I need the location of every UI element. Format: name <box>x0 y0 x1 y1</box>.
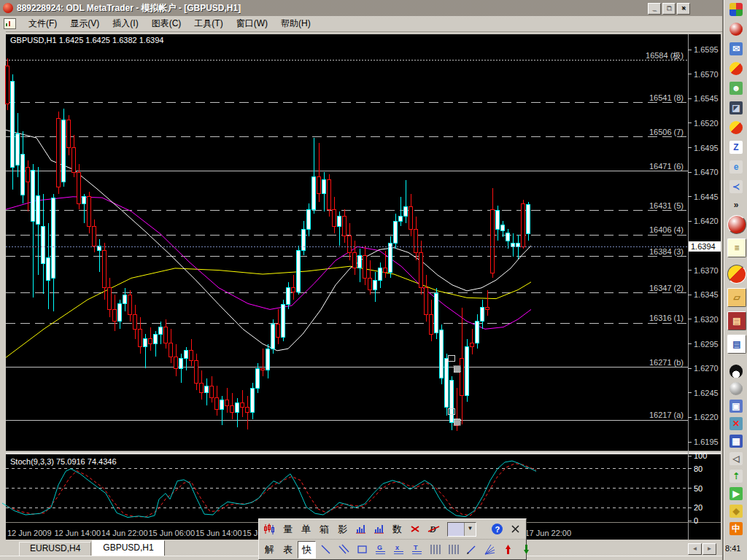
bar-chart-icon[interactable] <box>352 521 369 537</box>
mouse-icon[interactable] <box>729 382 743 395</box>
svg-text:16316 (1): 16316 (1) <box>649 314 684 322</box>
svg-text:1.6220: 1.6220 <box>694 413 719 421</box>
object-select-combo[interactable]: ▼ <box>447 522 476 537</box>
shadow-button[interactable]: 影 <box>334 521 351 537</box>
books-taskbutton[interactable]: ▤ <box>727 311 746 330</box>
menu-items: 文件(F)显示(V)插入(I)图表(C)工具(T)窗口(W)帮助(H) <box>22 16 317 31</box>
svg-text:1.6394: 1.6394 <box>691 242 716 251</box>
rectangle-icon[interactable] <box>354 542 371 558</box>
maximize-button[interactable]: □ <box>662 3 676 15</box>
fan-icon[interactable] <box>481 542 498 558</box>
odl-taskbutton[interactable] <box>727 215 746 234</box>
menu-item-6[interactable]: 帮助(H) <box>274 16 317 31</box>
svg-text:1.6320: 1.6320 <box>694 315 719 324</box>
comet2-icon[interactable] <box>729 121 743 134</box>
svg-text:16541 (8): 16541 (8) <box>649 93 684 102</box>
title-bar[interactable]: 889228924: ODL MetaTrader - 模拟帐户 - [GBPU… <box>0 0 722 16</box>
windows-logo-icon[interactable] <box>729 3 743 16</box>
chevron-down-icon[interactable]: ▼ <box>464 523 476 536</box>
vertical-lines-icon[interactable] <box>427 542 444 558</box>
svg-text:12 Jun 14:00: 12 Jun 14:00 <box>55 529 101 537</box>
main-window-controls: _ □ × <box>648 3 690 15</box>
pencil-icon[interactable] <box>463 542 480 558</box>
close-toolbar-icon[interactable] <box>507 521 524 537</box>
svg-text:1.6245: 1.6245 <box>694 389 719 397</box>
minimize-button[interactable]: _ <box>648 3 661 15</box>
taskbar-clock: 8:41 <box>725 544 747 556</box>
document-taskbutton[interactable]: ▤ <box>727 335 746 354</box>
analysis-button[interactable]: 解 <box>261 542 278 558</box>
tab-gbpusd-h1[interactable]: GBPUSD,H1 <box>92 540 164 556</box>
box-button[interactable]: 箱 <box>316 521 333 537</box>
arrow-up-icon[interactable] <box>500 542 516 558</box>
tab-scrollbar: ◄ ► <box>688 543 716 555</box>
svg-text:16347 (2): 16347 (2) <box>649 284 684 292</box>
mail-app-icon[interactable]: ✉ <box>729 42 743 55</box>
candlestick-chart-icon[interactable] <box>261 521 278 537</box>
menu-item-4[interactable]: 工具(T) <box>187 16 229 31</box>
svg-text:20: 20 <box>694 503 703 512</box>
menu-item-0[interactable]: 文件(F) <box>22 16 63 31</box>
menu-bar: 文件(F)显示(V)插入(I)图表(C)工具(T)窗口(W)帮助(H) _ ❐ … <box>0 16 722 32</box>
dx-indicator-icon[interactable]: D <box>425 521 442 537</box>
volume-monitor-icon[interactable]: ▣ <box>729 400 743 413</box>
z-app-icon[interactable]: Z <box>729 141 743 154</box>
network-offline-icon[interactable]: ✕ <box>729 417 743 430</box>
qq-icon[interactable] <box>729 365 743 378</box>
chart-canvas[interactable]: 16584 (极)16541 (8)16506 (7)16471 (6)1643… <box>0 31 722 556</box>
green-tv-icon[interactable]: ▶ <box>729 487 743 500</box>
menu-item-3[interactable]: 图表(C) <box>145 16 188 31</box>
tab-scroll-left-button[interactable]: ◄ <box>688 543 702 555</box>
tab-eurusd-h4[interactable]: EURUSD,H4 <box>19 542 91 556</box>
speaker-icon[interactable]: ◁ <box>729 452 743 465</box>
ie-icon[interactable]: e <box>729 160 743 174</box>
order-button[interactable]: 单 <box>298 521 314 537</box>
table-button[interactable]: 表 <box>279 542 296 558</box>
gold-shield-icon[interactable]: ◆ <box>729 505 743 518</box>
vertical-lines2-icon[interactable] <box>445 542 462 558</box>
film-app-icon[interactable]: ▦ <box>729 435 743 448</box>
blue-swoosh-icon[interactable]: ≺ <box>729 180 743 193</box>
svg-text:G: G <box>377 544 382 551</box>
svg-text:1.6570: 1.6570 <box>694 70 719 79</box>
desktop-taskbar: 8:41 ✉☻◪Ze≺»≡▱▤▤▣✕▦◁⇡▶◆中 <box>724 0 747 560</box>
chart-window-icon[interactable] <box>4 18 16 29</box>
odl-logo-icon <box>3 3 13 13</box>
odl-icon[interactable] <box>729 23 743 36</box>
notepad-taskbutton[interactable]: ≡ <box>727 238 746 257</box>
menu-item-5[interactable]: 窗口(W) <box>230 16 274 31</box>
svg-text:16471 (6): 16471 (6) <box>649 162 684 171</box>
text-label-icon[interactable]: T <box>409 542 425 558</box>
overflow-chevron-icon[interactable]: » <box>729 198 743 211</box>
price-chart-svg: 16584 (极)16541 (8)16506 (7)16471 (6)1643… <box>0 31 722 556</box>
svg-text:T: T <box>414 544 418 551</box>
number-button[interactable]: 数 <box>389 521 406 537</box>
comet-taskbutton[interactable] <box>727 265 746 284</box>
menu-item-1[interactable]: 显示(V) <box>63 16 106 31</box>
input-method-icon[interactable]: 中 <box>729 522 743 535</box>
dark-sphere-app-icon[interactable]: ◪ <box>729 101 743 114</box>
channel-icon[interactable] <box>336 542 352 558</box>
bar-chart2-icon[interactable] <box>371 521 387 537</box>
menu-item-2[interactable]: 插入(I) <box>106 16 144 31</box>
trendline-icon[interactable] <box>317 542 334 558</box>
help-icon[interactable]: ? <box>489 521 506 537</box>
quick-button[interactable]: 快 <box>298 541 316 559</box>
fibo-icon[interactable]: x <box>390 542 407 558</box>
volume-button[interactable]: 量 <box>279 521 296 537</box>
arrow-down-icon[interactable] <box>518 542 535 558</box>
tab-scroll-right-button[interactable]: ► <box>703 543 716 555</box>
svg-text:16217 (a): 16217 (a) <box>649 411 684 419</box>
svg-text:16271 (b): 16271 (b) <box>649 358 684 367</box>
delete-cross-icon[interactable] <box>407 521 424 537</box>
usb-eject-icon[interactable]: ⇡ <box>729 470 743 483</box>
comet-icon[interactable] <box>729 62 743 75</box>
folder-taskbutton[interactable]: ▱ <box>727 288 746 307</box>
gann-grid-icon[interactable]: G <box>372 542 389 558</box>
svg-text:?: ? <box>495 525 500 534</box>
svg-text:80: 80 <box>694 464 703 473</box>
green-users-icon[interactable]: ☻ <box>729 82 743 95</box>
close-button[interactable]: × <box>677 3 690 15</box>
svg-text:1.6445: 1.6445 <box>694 192 719 201</box>
svg-text:16384 (3): 16384 (3) <box>649 247 684 256</box>
